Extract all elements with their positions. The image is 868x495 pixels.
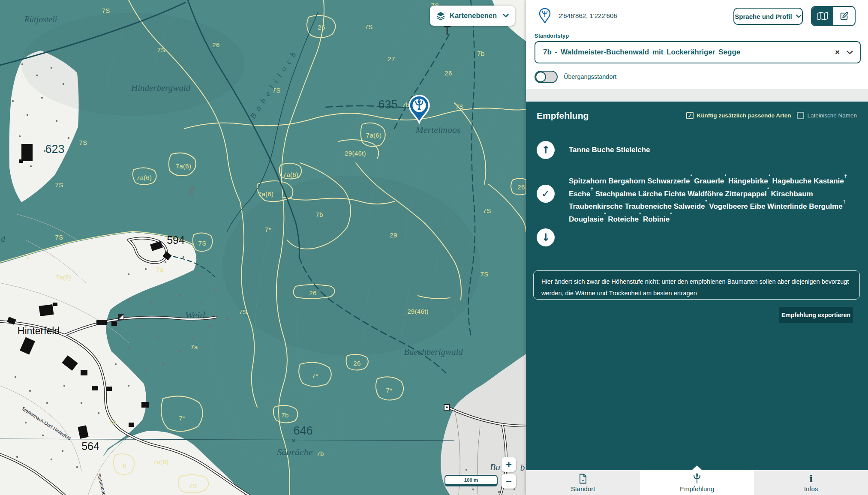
map-canvas[interactable]: 7S7S26267S27267S7S7b7S7b7a(6)29(46t)7a(6… <box>0 0 526 495</box>
recommendation-options: ✓ Künftig zusätzlich passende Arten Late… <box>686 112 857 119</box>
future-species-label: Künftig zusätzlich passende Arten <box>697 112 791 119</box>
species-name: Hagebuche <box>772 177 812 185</box>
chevron-down-icon[interactable] <box>847 51 853 54</box>
tab-infos[interactable]: i Infos <box>754 470 868 495</box>
coordinates-readout: 2'646'862, 1'222'606 <box>559 12 617 19</box>
species-name: Roteiche <box>608 215 639 223</box>
document-icon <box>579 473 587 484</box>
toggle-knob <box>535 72 546 82</box>
tab-empfehlung-label: Empfehlung <box>680 485 714 492</box>
species-marker: † <box>591 186 593 192</box>
edit-icon <box>839 12 849 21</box>
species-marker: * <box>706 199 707 204</box>
species-name: Bergulme <box>809 202 842 210</box>
species-name: Fichte <box>664 189 685 198</box>
species-name: Kastanie <box>814 177 844 185</box>
species-name: Hängebirke <box>728 177 768 185</box>
species-name: Schwarzerle <box>647 177 690 185</box>
species-name: Kirschbaum <box>771 189 813 198</box>
species-marker: † <box>843 199 846 204</box>
map-scale-bar: 100 m <box>445 475 498 486</box>
check-circle-icon: ✓ <box>537 185 555 203</box>
map-layers-label: Kartenebenen <box>450 12 499 20</box>
recommendation-section: Empfehlung ✓ Künftig zusätzlich passende… <box>526 102 868 470</box>
recommendation-note: Hier ändert sich zwar die Höhenstufe nic… <box>533 270 860 300</box>
clear-icon[interactable]: × <box>835 48 840 57</box>
standorttyp-value: 7b - Waldmeister-Buchenwald mit Lockeräh… <box>543 48 835 57</box>
species-marker: ° <box>604 212 606 217</box>
species-marker: * <box>724 174 726 179</box>
info-icon: i <box>809 473 813 484</box>
recommendation-title: Empfehlung <box>537 111 589 121</box>
view-mode-switcher <box>811 6 856 26</box>
tab-infos-label: Infos <box>804 485 818 492</box>
tab-empfehlung[interactable]: Empfehlung <box>640 470 754 495</box>
uebergangsstandort-label: Übergangsstandort <box>564 73 616 80</box>
minus-icon: − <box>506 476 512 486</box>
arrow-down-circle-icon: ↓ <box>537 228 555 246</box>
species-marker: † <box>844 174 847 179</box>
uebergangsstandort-toggle[interactable] <box>535 71 558 83</box>
map-view-button[interactable] <box>812 7 833 25</box>
latin-names-option[interactable]: Lateinische Namen <box>797 112 857 119</box>
species-marker: ° <box>670 212 672 217</box>
map-layers-button[interactable]: Kartenebenen <box>430 6 515 26</box>
panel-header-section: 2'646'862, 1'222'606 Sprache und Profil … <box>526 0 868 89</box>
tree-app-logo-icon <box>539 8 551 23</box>
standorttyp-label: Standortstyp <box>535 33 569 39</box>
scale-label: 100 m <box>464 477 478 483</box>
species-marker: * <box>767 186 769 192</box>
zoom-out-button[interactable]: − <box>502 474 516 489</box>
standorttyp-select[interactable]: 7b - Waldmeister-Buchenwald mit Lockeräh… <box>535 41 861 63</box>
arrow-up-circle-icon: ↑ <box>537 141 555 159</box>
species-name: Traubeneiche <box>625 202 672 210</box>
species-name: Salweide <box>674 202 705 210</box>
species-name: Eibe <box>750 202 765 210</box>
chevron-down-icon <box>796 15 802 18</box>
future-species-option[interactable]: ✓ Künftig zusätzlich passende Arten <box>686 112 791 119</box>
checkbox-unchecked-icon[interactable] <box>797 112 804 119</box>
species-name: Esche <box>569 189 590 198</box>
panel-divider-strip <box>526 89 868 102</box>
layers-icon <box>436 11 445 21</box>
species-marker: * <box>691 174 692 179</box>
species-name: Robinie <box>643 215 670 223</box>
location-marker-pin[interactable] <box>408 94 431 125</box>
latin-names-label: Lateinische Namen <box>807 112 857 119</box>
topo-map-graphics <box>0 0 526 495</box>
language-profile-label: Sprache und Profil <box>735 13 792 20</box>
tree-icon <box>692 473 702 484</box>
side-panel: 2'646'862, 1'222'606 Sprache und Profil … <box>526 0 868 495</box>
map-icon <box>817 12 828 21</box>
species-name: Winterlinde <box>767 202 807 210</box>
upper-elevation-species: Tanne Buche Stieleiche <box>569 146 650 154</box>
species-name: Spitzahorn <box>569 177 607 185</box>
species-name: Douglasie <box>569 215 604 223</box>
zoom-in-button[interactable]: + <box>502 457 516 472</box>
species-marker: * <box>769 174 770 179</box>
species-name: Stechpalme <box>595 189 636 198</box>
species-name: Grauerle <box>694 177 724 185</box>
species-name: Zitterpappel <box>725 189 766 198</box>
plus-icon: + <box>506 459 512 470</box>
tab-standort[interactable]: Standort <box>526 470 640 495</box>
species-name: Vogelbeere <box>709 202 748 210</box>
bottom-navigation: Standort Empfehlung i Infos <box>526 470 868 495</box>
language-profile-button[interactable]: Sprache und Profil <box>733 8 803 25</box>
species-name: Lärche <box>638 189 662 198</box>
chevron-down-icon <box>503 14 509 18</box>
export-recommendation-button[interactable]: Empfehlung exportieren <box>779 307 853 323</box>
tab-standort-label: Standort <box>571 485 595 492</box>
species-name: Traubenkirsche <box>569 202 623 210</box>
species-marker: ° <box>639 212 641 217</box>
checkbox-checked-icon[interactable]: ✓ <box>686 112 694 119</box>
species-name: Bergahorn <box>609 177 646 185</box>
edit-view-button[interactable] <box>833 7 855 25</box>
species-name: Waldföhre <box>688 189 723 198</box>
recommended-species-list: Spitzahorn Bergahorn Schwarzerle* Grauer… <box>569 174 855 225</box>
